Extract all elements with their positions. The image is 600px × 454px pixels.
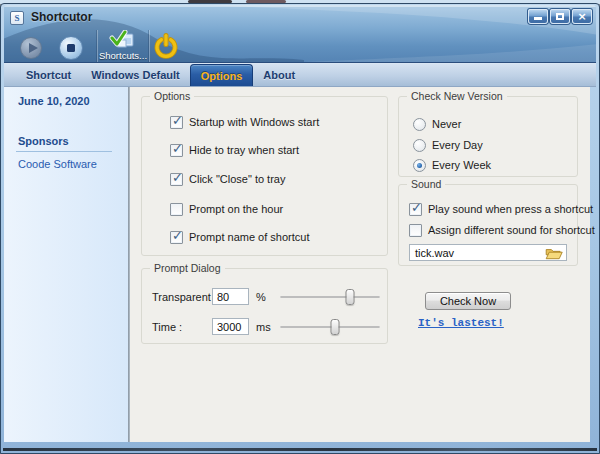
open-folder-icon [545,247,563,260]
checkbox-icon[interactable] [170,173,183,186]
checkbox-icon[interactable] [409,203,422,216]
sidebar: June 10, 2020 Sponsors Coode Software [4,87,128,442]
radio-never[interactable]: Never [413,116,461,132]
checkbox-label: Assign different sound for shortcut [428,224,595,236]
prompt-dialog-group-title: Prompt Dialog [150,262,225,274]
maximize-icon [556,13,564,20]
play-button[interactable] [20,37,42,59]
tab-about[interactable]: About [253,64,305,86]
prompt-dialog-group: Prompt Dialog Transparent : % Time : ms [141,268,388,344]
checkbox-play-sound[interactable]: Play sound when press a shortcut [409,201,593,217]
checkbox-icon[interactable] [170,203,183,216]
power-button[interactable] [153,33,179,59]
radio-label: Every Week [432,159,491,171]
time-row: Time : ms [142,317,387,337]
sound-file-field[interactable]: tick.wav [409,244,567,261]
sponsor-link-coode-software[interactable]: Coode Software [18,158,97,170]
sound-file-value: tick.wav [415,247,454,259]
tab-bar: Shortcut Windows Default Options About [4,63,596,87]
minimize-icon [534,17,542,20]
checkbox-icon[interactable] [170,144,183,157]
toolbar-separator [148,30,150,62]
checkbox-click-close-to-tray[interactable]: Click "Close" to tray [170,171,285,187]
sidebar-date: June 10, 2020 [18,95,90,107]
maximize-button[interactable] [550,9,570,24]
radio-label: Every Day [432,139,483,151]
check-new-version-group-title: Check New Version [407,90,507,102]
checkbox-label: Prompt name of shortcut [189,231,309,243]
check-now-button[interactable]: Check Now [425,292,511,310]
transparent-label: Transparent : [152,287,217,307]
checkbox-label: Play sound when press a shortcut [428,203,593,215]
radio-every-day[interactable]: Every Day [413,137,483,153]
window-title: Shortcutor [31,10,92,24]
sound-group: Sound Play sound when press a shortcut A… [398,184,578,266]
toolbar: Shortcuts... [4,29,596,63]
transparent-input[interactable] [212,288,249,305]
radio-icon[interactable] [413,118,426,131]
time-unit: ms [256,317,271,337]
browse-folder-button[interactable] [545,246,563,259]
checkbox-hide-to-tray[interactable]: Hide to tray when start [170,142,299,158]
checkbox-label: Startup with Windows start [189,116,319,128]
checkbox-icon[interactable] [170,231,183,244]
transparent-unit: % [256,287,266,307]
window-bottom-edge [3,448,597,451]
power-icon [153,33,179,59]
time-label: Time : [152,317,182,337]
radio-every-week[interactable]: Every Week [413,157,491,173]
checkbox-icon[interactable] [409,224,422,237]
slider-track[interactable] [280,296,380,298]
slider-thumb[interactable] [331,319,340,335]
window-controls: × [528,9,592,24]
tab-options[interactable]: Options [190,64,254,86]
transparent-slider[interactable] [280,287,380,307]
checkbox-prompt-on-hour[interactable]: Prompt on the hour [170,201,283,217]
checkbox-startup-with-windows[interactable]: Startup with Windows start [170,114,319,130]
sponsors-heading: Sponsors [18,135,69,147]
stop-button[interactable] [59,36,83,60]
app-icon: S [10,11,24,25]
toolbar-separator [96,30,98,62]
checkbox-label: Hide to tray when start [189,144,299,156]
app-window: S Shortcutor × Shortcuts... [0,3,600,454]
slider-thumb[interactable] [346,289,355,305]
check-new-version-group: Check New Version Never Every Day Every … [398,96,578,177]
shortcuts-button[interactable]: Shortcuts... [99,29,147,63]
radio-icon[interactable] [413,159,426,172]
options-group-title: Options [150,90,194,102]
options-panel: Options Startup with Windows start Hide … [130,87,590,442]
time-input[interactable] [212,318,249,335]
close-button[interactable]: × [572,9,592,24]
time-slider[interactable] [280,317,380,337]
sidebar-divider [16,151,112,152]
options-group: Options Startup with Windows start Hide … [141,96,388,256]
shortcuts-button-label: Shortcuts... [99,50,147,61]
radio-label: Never [432,118,461,130]
transparent-row: Transparent : % [142,287,387,307]
minimize-button[interactable] [528,9,548,24]
update-status-link[interactable]: It's lastest! [418,317,504,329]
tab-shortcut[interactable]: Shortcut [16,64,81,86]
checkbox-icon[interactable] [170,116,183,129]
radio-icon[interactable] [413,139,426,152]
checkbox-assign-different-sound[interactable]: Assign different sound for shortcut [409,222,595,238]
shortcuts-check-window-icon [109,30,137,51]
sound-group-title: Sound [407,178,445,190]
checkbox-prompt-name-of-shortcut[interactable]: Prompt name of shortcut [170,229,309,245]
tab-windows-default[interactable]: Windows Default [81,64,190,86]
window-chrome: S Shortcutor × Shortcuts... [4,5,596,63]
checkbox-label: Click "Close" to tray [189,173,285,185]
checkbox-label: Prompt on the hour [189,203,283,215]
